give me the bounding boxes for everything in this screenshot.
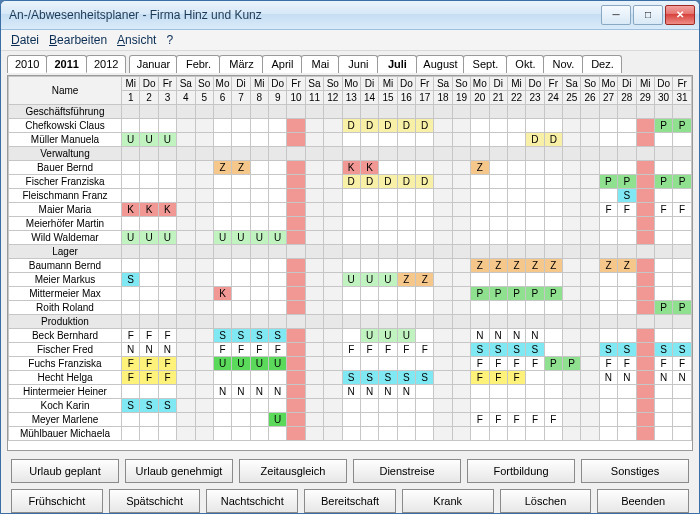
- cell[interactable]: [195, 189, 213, 203]
- month-tab-3[interactable]: April: [262, 55, 302, 73]
- cell[interactable]: P: [563, 357, 581, 371]
- cell[interactable]: [636, 119, 654, 133]
- cell[interactable]: [305, 175, 323, 189]
- cell[interactable]: [287, 329, 305, 343]
- cell[interactable]: N: [507, 329, 525, 343]
- cell[interactable]: [342, 231, 360, 245]
- cell[interactable]: U: [379, 273, 397, 287]
- cell[interactable]: [434, 231, 452, 245]
- month-tab-0[interactable]: Januar: [129, 55, 177, 73]
- cell[interactable]: [544, 329, 562, 343]
- cell[interactable]: F: [269, 343, 287, 357]
- cell[interactable]: [526, 203, 544, 217]
- cell[interactable]: F: [654, 203, 672, 217]
- planner-grid[interactable]: NameMiDoFrSaSoMoDiMiDoFrSaSoMoDiMiDoFrSa…: [8, 76, 692, 441]
- cell[interactable]: K: [122, 203, 140, 217]
- cell[interactable]: [324, 273, 342, 287]
- cell[interactable]: U: [158, 231, 176, 245]
- cell[interactable]: [232, 287, 250, 301]
- cell[interactable]: [471, 273, 489, 287]
- cell[interactable]: [305, 385, 323, 399]
- cell[interactable]: [213, 133, 231, 147]
- cell[interactable]: [636, 287, 654, 301]
- cell[interactable]: [158, 217, 176, 231]
- cell[interactable]: [434, 427, 452, 441]
- cell[interactable]: S: [342, 371, 360, 385]
- cell[interactable]: [122, 427, 140, 441]
- cell[interactable]: P: [654, 119, 672, 133]
- month-tab-9[interactable]: Okt.: [506, 55, 544, 73]
- cell[interactable]: N: [158, 343, 176, 357]
- cell[interactable]: [544, 427, 562, 441]
- cell[interactable]: [489, 273, 507, 287]
- cell[interactable]: N: [379, 385, 397, 399]
- cell[interactable]: [434, 203, 452, 217]
- cell[interactable]: [232, 301, 250, 315]
- cell[interactable]: [250, 371, 268, 385]
- cell[interactable]: [581, 399, 599, 413]
- cell[interactable]: [305, 161, 323, 175]
- cell[interactable]: [544, 203, 562, 217]
- cell[interactable]: [287, 413, 305, 427]
- cell[interactable]: [379, 217, 397, 231]
- cell[interactable]: [140, 217, 158, 231]
- cell[interactable]: U: [140, 133, 158, 147]
- cell[interactable]: P: [544, 357, 562, 371]
- year-tab-2011[interactable]: 2011: [46, 55, 86, 73]
- cell[interactable]: S: [379, 371, 397, 385]
- legend-btn[interactable]: Nachtschicht: [206, 489, 298, 513]
- cell[interactable]: [452, 301, 470, 315]
- cell[interactable]: [397, 427, 415, 441]
- cell[interactable]: F: [599, 357, 617, 371]
- month-tab-6[interactable]: Juli: [377, 55, 417, 73]
- cell[interactable]: U: [213, 357, 231, 371]
- cell[interactable]: F: [599, 203, 617, 217]
- cell[interactable]: [544, 399, 562, 413]
- cell[interactable]: [563, 413, 581, 427]
- cell[interactable]: [507, 161, 525, 175]
- cell[interactable]: [673, 385, 692, 399]
- cell[interactable]: S: [673, 343, 692, 357]
- cell[interactable]: [324, 301, 342, 315]
- cell[interactable]: [269, 287, 287, 301]
- cell[interactable]: [342, 133, 360, 147]
- month-tab-5[interactable]: Juni: [338, 55, 378, 73]
- cell[interactable]: [654, 259, 672, 273]
- cell[interactable]: U: [250, 231, 268, 245]
- cell[interactable]: [434, 371, 452, 385]
- cell[interactable]: [434, 161, 452, 175]
- cell[interactable]: S: [526, 343, 544, 357]
- cell[interactable]: [397, 217, 415, 231]
- cell[interactable]: [618, 287, 636, 301]
- cell[interactable]: [563, 427, 581, 441]
- cell[interactable]: [654, 273, 672, 287]
- cell[interactable]: S: [232, 329, 250, 343]
- cell[interactable]: [563, 175, 581, 189]
- cell[interactable]: [416, 231, 434, 245]
- cell[interactable]: [269, 301, 287, 315]
- cell[interactable]: F: [489, 357, 507, 371]
- cell[interactable]: [452, 259, 470, 273]
- cell[interactable]: [416, 217, 434, 231]
- cell[interactable]: [544, 231, 562, 245]
- cell[interactable]: [654, 385, 672, 399]
- cell[interactable]: [324, 189, 342, 203]
- cell[interactable]: [269, 399, 287, 413]
- cell[interactable]: [269, 175, 287, 189]
- cell[interactable]: [673, 259, 692, 273]
- cell[interactable]: [563, 203, 581, 217]
- cell[interactable]: [177, 189, 195, 203]
- cell[interactable]: [489, 301, 507, 315]
- cell[interactable]: F: [360, 343, 378, 357]
- cell[interactable]: [563, 343, 581, 357]
- cell[interactable]: [563, 301, 581, 315]
- cell[interactable]: [324, 329, 342, 343]
- cell[interactable]: [232, 399, 250, 413]
- cell[interactable]: [195, 287, 213, 301]
- cell[interactable]: Z: [213, 161, 231, 175]
- cell[interactable]: [122, 189, 140, 203]
- cell[interactable]: [452, 133, 470, 147]
- cell[interactable]: S: [618, 343, 636, 357]
- cell[interactable]: [360, 217, 378, 231]
- cell[interactable]: [636, 231, 654, 245]
